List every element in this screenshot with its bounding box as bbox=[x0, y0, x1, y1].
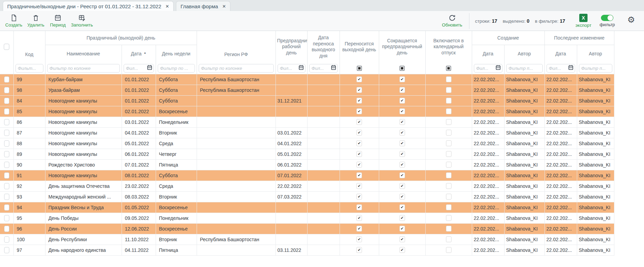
header-vacation[interactable]: Включается в календарный отпуск bbox=[425, 31, 472, 63]
table-row[interactable]: 95День Победы09.05.2022Понедельник✔✔22.0… bbox=[0, 213, 614, 223]
fill-button[interactable]: Заполнить bbox=[71, 14, 93, 28]
vacation-checkbox[interactable] bbox=[446, 236, 451, 242]
shortened-checkbox[interactable]: ✔ bbox=[399, 247, 405, 253]
table-row[interactable]: 94Праздник Весны и Труда01.05.2022Воскре… bbox=[0, 202, 614, 213]
row-select-checkbox[interactable] bbox=[4, 204, 9, 211]
vacation-filter-checkbox[interactable] bbox=[446, 66, 451, 71]
vacation-checkbox[interactable] bbox=[446, 151, 451, 157]
row-select-checkbox[interactable] bbox=[4, 162, 9, 168]
table-row[interactable]: 90Рождество Христово07.01.2022Пятница06.… bbox=[0, 159, 614, 170]
settings-gear-icon[interactable]: ⚙ bbox=[627, 15, 635, 24]
shortened-checkbox[interactable]: ✔ bbox=[399, 162, 405, 168]
transferred-checkbox[interactable]: ✔ bbox=[356, 247, 362, 253]
row-select-checkbox[interactable] bbox=[4, 76, 9, 83]
row-select-checkbox[interactable] bbox=[4, 236, 9, 243]
shortened-checkbox[interactable]: ✔ bbox=[399, 183, 405, 189]
transferred-checkbox[interactable]: ✔ bbox=[356, 130, 362, 136]
header-transferred[interactable]: Переносится выходной день bbox=[340, 31, 379, 63]
table-row[interactable]: 98Ураза-байрам01.01.2022СубботаРеспублик… bbox=[0, 85, 614, 95]
vacation-checkbox[interactable] bbox=[446, 204, 451, 210]
row-select-checkbox[interactable] bbox=[4, 130, 9, 136]
transferred-checkbox[interactable]: ✔ bbox=[356, 215, 362, 221]
shortened-checkbox[interactable]: ✔ bbox=[399, 194, 405, 200]
transferred-checkbox[interactable]: ✔ bbox=[356, 226, 362, 232]
created-author-filter-input[interactable] bbox=[506, 64, 543, 73]
shortened-checkbox[interactable]: ✔ bbox=[399, 236, 405, 242]
shortened-checkbox[interactable]: ✔ bbox=[399, 87, 405, 93]
tab-main-form[interactable]: Главная форма ✕ bbox=[176, 1, 230, 11]
table-row[interactable]: 91Новогодние каникулы08.01.2022Суббота07… bbox=[0, 170, 614, 181]
row-select-checkbox[interactable] bbox=[4, 151, 9, 157]
filter-toggle[interactable]: фильтр bbox=[600, 15, 615, 27]
header-name[interactable]: Наименование bbox=[45, 45, 122, 63]
transferred-checkbox[interactable]: ✔ bbox=[356, 108, 362, 114]
delete-button[interactable]: Удалить bbox=[27, 14, 45, 28]
header-modified-author[interactable]: Автор bbox=[577, 45, 614, 63]
shortened-checkbox[interactable]: ✔ bbox=[399, 172, 405, 178]
vacation-checkbox[interactable] bbox=[446, 119, 451, 125]
vacation-checkbox[interactable] bbox=[446, 140, 451, 146]
shortened-checkbox[interactable]: ✔ bbox=[399, 226, 405, 232]
header-region[interactable]: Регион РФ bbox=[197, 31, 276, 63]
shortened-checkbox[interactable]: ✔ bbox=[399, 119, 405, 125]
calendar-icon[interactable] bbox=[299, 65, 304, 72]
row-select-checkbox[interactable] bbox=[4, 119, 9, 125]
header-created-author[interactable]: Автор bbox=[504, 45, 544, 63]
header-date[interactable]: Дата▲ bbox=[122, 45, 156, 63]
header-preholiday[interactable]: Предпраздничный рабочий день bbox=[276, 31, 307, 63]
vacation-checkbox[interactable] bbox=[446, 130, 451, 136]
row-select-checkbox[interactable] bbox=[4, 87, 9, 93]
transferred-checkbox[interactable]: ✔ bbox=[356, 98, 362, 104]
vacation-checkbox[interactable] bbox=[446, 183, 451, 189]
vacation-checkbox[interactable] bbox=[446, 226, 451, 232]
transferred-checkbox[interactable]: ✔ bbox=[356, 151, 362, 157]
calendar-icon[interactable] bbox=[147, 65, 152, 72]
shortened-checkbox[interactable]: ✔ bbox=[399, 130, 405, 136]
row-select-checkbox[interactable] bbox=[4, 247, 9, 253]
row-select-checkbox[interactable] bbox=[4, 108, 9, 115]
table-row[interactable]: 89Новогодние каникулы06.01.2022Четверг05… bbox=[0, 149, 614, 159]
name-filter-input[interactable] bbox=[47, 64, 120, 73]
transferred-checkbox[interactable]: ✔ bbox=[356, 236, 362, 242]
row-select-checkbox[interactable] bbox=[4, 215, 9, 221]
vacation-checkbox[interactable] bbox=[446, 98, 451, 104]
transferred-filter-checkbox[interactable] bbox=[357, 66, 362, 71]
shortened-checkbox[interactable]: ✔ bbox=[399, 76, 405, 82]
weekday-filter-input[interactable] bbox=[158, 64, 195, 73]
transferred-checkbox[interactable]: ✔ bbox=[356, 87, 362, 93]
region-filter-input[interactable] bbox=[199, 64, 274, 73]
table-row[interactable]: 87Новогодние каникулы04.01.2022Вторник03… bbox=[0, 127, 614, 138]
create-button[interactable]: Создать bbox=[5, 14, 23, 28]
header-transfer-date[interactable]: Дата переноса выходного дня bbox=[307, 31, 340, 63]
table-row[interactable]: 92День защитника Отечества23.02.2022Сред… bbox=[0, 181, 614, 191]
header-shortened[interactable]: Сокращается предпраздничный день bbox=[379, 31, 425, 63]
table-row[interactable]: 99Курбан-байрам01.01.2022СубботаРеспубли… bbox=[0, 74, 614, 85]
tab-registry[interactable]: Праздничные/выходные дни - Реестр от 01.… bbox=[3, 1, 174, 11]
transferred-checkbox[interactable]: ✔ bbox=[356, 119, 362, 125]
transferred-checkbox[interactable]: ✔ bbox=[356, 162, 362, 168]
row-select-checkbox[interactable] bbox=[4, 98, 9, 104]
header-created-date[interactable]: Дата bbox=[472, 45, 504, 63]
vacation-checkbox[interactable] bbox=[446, 247, 451, 253]
vacation-checkbox[interactable] bbox=[446, 172, 451, 178]
close-icon[interactable]: ✕ bbox=[165, 4, 169, 9]
table-row[interactable]: 86Новогодние каникулы03.01.2022Понедельн… bbox=[0, 117, 614, 127]
vacation-checkbox[interactable] bbox=[446, 108, 451, 114]
shortened-checkbox[interactable]: ✔ bbox=[399, 151, 405, 157]
export-button[interactable]: X экспорт bbox=[575, 14, 591, 28]
shortened-checkbox[interactable]: ✔ bbox=[399, 204, 405, 210]
code-filter-input[interactable] bbox=[15, 64, 43, 73]
transferred-checkbox[interactable]: ✔ bbox=[356, 140, 362, 146]
row-select-checkbox[interactable] bbox=[4, 183, 9, 189]
close-icon[interactable]: ✕ bbox=[222, 4, 226, 9]
shortened-checkbox[interactable]: ✔ bbox=[399, 215, 405, 221]
modified-author-filter-input[interactable] bbox=[579, 64, 612, 73]
row-select-checkbox[interactable] bbox=[4, 172, 9, 179]
vacation-checkbox[interactable] bbox=[446, 194, 451, 200]
select-all-checkbox[interactable] bbox=[4, 44, 9, 50]
header-weekday[interactable]: День недели bbox=[156, 45, 197, 63]
vacation-checkbox[interactable] bbox=[446, 76, 451, 82]
header-modified-date[interactable]: Дата bbox=[544, 45, 577, 63]
table-row[interactable]: 100День Республики11.10.2022ВторникРеспу… bbox=[0, 234, 614, 245]
transferred-checkbox[interactable]: ✔ bbox=[356, 172, 362, 178]
